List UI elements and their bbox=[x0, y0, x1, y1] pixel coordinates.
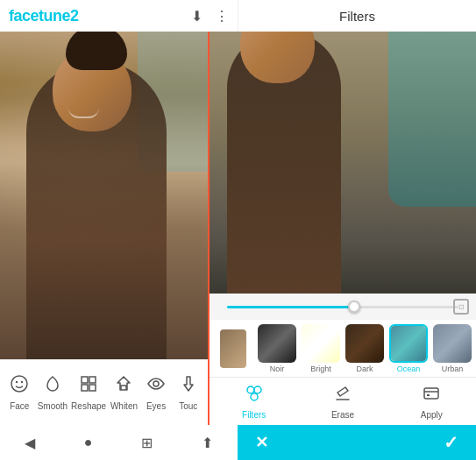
whiten-icon bbox=[114, 374, 133, 398]
filter-thumb-bright bbox=[302, 324, 340, 363]
filter-thumb-ocean bbox=[389, 324, 428, 363]
bottom-bar: ◀ ● ⊞ ⬆ ✕ ✓ bbox=[0, 425, 476, 460]
slider-reset-icon[interactable]: ⊡ bbox=[453, 299, 469, 315]
action-filters[interactable]: Filters bbox=[210, 384, 298, 420]
action-erase[interactable]: Erase bbox=[298, 384, 387, 420]
filter-item-dark[interactable]: Dark bbox=[345, 324, 385, 373]
tool-face[interactable]: Face bbox=[4, 369, 36, 416]
slider-thumb[interactable] bbox=[348, 301, 360, 313]
confirm-button[interactable]: ✓ bbox=[444, 432, 458, 453]
filter-item-urban[interactable]: Urban bbox=[432, 324, 472, 373]
svg-point-0 bbox=[11, 376, 27, 392]
slider-track[interactable] bbox=[227, 306, 458, 308]
up-nav-icon[interactable]: ⬆ bbox=[202, 435, 213, 451]
logo-face: face bbox=[9, 7, 39, 25]
cancel-button[interactable]: ✕ bbox=[255, 433, 268, 452]
right-image bbox=[210, 32, 476, 294]
touch-icon bbox=[179, 374, 198, 398]
filter-thumb-partial bbox=[220, 329, 246, 368]
back-nav-icon[interactable]: ◀ bbox=[25, 435, 35, 451]
filter-label-noir: Noir bbox=[270, 364, 285, 373]
logo-tune: tune bbox=[39, 7, 70, 25]
eyes-icon bbox=[146, 374, 166, 398]
svg-rect-3 bbox=[82, 377, 88, 383]
slider-area: ⊡ bbox=[210, 294, 476, 320]
tool-touch[interactable]: Touc bbox=[172, 369, 204, 416]
more-icon[interactable]: ⋮ bbox=[215, 8, 229, 25]
filter-thumb-dark bbox=[345, 324, 384, 363]
face-icon bbox=[10, 374, 29, 398]
tool-reshape[interactable]: Reshape bbox=[69, 369, 108, 416]
download-icon[interactable]: ⬇ bbox=[191, 8, 202, 25]
filter-label-urban: Urban bbox=[442, 364, 464, 373]
reshape-label: Reshape bbox=[71, 401, 106, 411]
filters-title: Filters bbox=[339, 9, 375, 24]
right-header: Filters bbox=[238, 0, 476, 32]
slider-fill bbox=[227, 306, 354, 308]
filter-item-noir[interactable]: Noir bbox=[257, 324, 297, 373]
home-nav-icon[interactable]: ● bbox=[84, 435, 93, 450]
smile-left bbox=[68, 108, 99, 118]
apply-icon bbox=[422, 384, 441, 407]
filter-strip: Noir Bright Dark Ocean bbox=[210, 320, 476, 377]
right-action-toolbar: Filters Erase bbox=[210, 377, 476, 425]
touch-label: Touc bbox=[179, 401, 197, 411]
header-icons: ⬇ ⋮ bbox=[191, 8, 229, 25]
tool-eyes[interactable]: Eyes bbox=[140, 369, 173, 416]
face-label: Face bbox=[10, 401, 29, 411]
reshape-icon bbox=[79, 374, 98, 398]
top-bar: facetune2 ⬇ ⋮ Filters bbox=[0, 0, 476, 32]
hair-left bbox=[66, 32, 127, 70]
filter-item-bright[interactable]: Bright bbox=[301, 324, 341, 373]
apply-action-label: Apply bbox=[421, 410, 443, 420]
filter-thumb-urban bbox=[433, 324, 472, 363]
svg-rect-5 bbox=[82, 385, 88, 391]
bottom-right-confirm: ✕ ✓ bbox=[238, 425, 476, 460]
filter-label-dark: Dark bbox=[356, 364, 373, 373]
app-logo: facetune2 bbox=[9, 7, 79, 25]
svg-point-9 bbox=[254, 386, 261, 393]
tool-whiten[interactable]: Whiten bbox=[108, 369, 140, 416]
left-header: facetune2 ⬇ ⋮ bbox=[0, 0, 238, 32]
svg-rect-12 bbox=[427, 394, 430, 396]
logo-2: 2 bbox=[70, 7, 79, 25]
filter-thumb-noir bbox=[258, 324, 296, 363]
left-panel: Face Smooth bbox=[0, 32, 208, 425]
grid-nav-icon[interactable]: ⊞ bbox=[141, 435, 153, 451]
left-image bbox=[0, 32, 208, 359]
smooth-label: Smooth bbox=[38, 401, 67, 411]
filters-action-label: Filters bbox=[242, 410, 266, 420]
svg-point-1 bbox=[16, 381, 18, 383]
smooth-icon bbox=[43, 374, 62, 398]
filter-item-partial[interactable] bbox=[213, 329, 253, 368]
svg-point-2 bbox=[21, 381, 23, 383]
main-content: Face Smooth bbox=[0, 32, 476, 425]
bottom-left-nav: ◀ ● ⊞ ⬆ bbox=[0, 425, 238, 460]
svg-point-10 bbox=[251, 393, 258, 400]
svg-rect-4 bbox=[89, 377, 96, 383]
filters-icon bbox=[245, 384, 264, 407]
left-toolbar: Face Smooth bbox=[0, 359, 208, 425]
erase-icon bbox=[333, 384, 352, 407]
svg-point-7 bbox=[153, 381, 159, 386]
filter-label-bright: Bright bbox=[310, 364, 331, 373]
eyes-label: Eyes bbox=[146, 401, 166, 411]
filter-label-ocean: Ocean bbox=[397, 364, 421, 373]
svg-point-8 bbox=[247, 386, 254, 393]
action-apply[interactable]: Apply bbox=[387, 384, 476, 420]
erase-action-label: Erase bbox=[331, 410, 354, 420]
svg-rect-6 bbox=[89, 385, 96, 391]
whiten-label: Whiten bbox=[110, 401, 138, 411]
filter-item-ocean[interactable]: Ocean bbox=[388, 324, 429, 373]
svg-rect-11 bbox=[424, 388, 438, 399]
right-panel: ⊡ Noir Bright bbox=[208, 32, 476, 425]
tool-smooth[interactable]: Smooth bbox=[36, 369, 69, 416]
